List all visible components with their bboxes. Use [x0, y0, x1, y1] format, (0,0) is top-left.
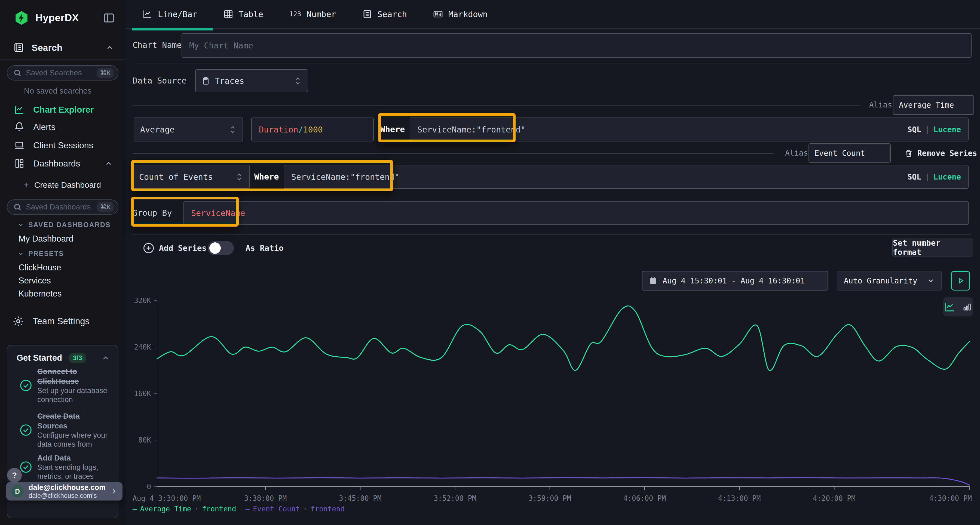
lucene-toggle[interactable]: Lucene — [934, 125, 961, 134]
sidebar-item-alerts[interactable]: Alerts — [0, 119, 125, 135]
lucene-toggle[interactable]: Lucene — [934, 173, 961, 181]
alias-label: Alias — [869, 95, 892, 115]
sql-toggle[interactable]: SQL — [907, 125, 921, 134]
series1-where-label: Where — [380, 117, 405, 141]
divider — [132, 105, 861, 106]
help-button[interactable]: ? — [7, 468, 22, 482]
series1-alias-input[interactable] — [899, 101, 968, 109]
x-tick-label: 3:59:00 PM — [528, 494, 571, 503]
data-source-value: Traces — [215, 76, 244, 86]
group-by-input[interactable]: ServiceName — [183, 201, 969, 225]
y-tick-label: 160K — [134, 390, 151, 398]
bar-chart-icon[interactable] — [962, 302, 972, 312]
user-org: dale@clickhouse.com's — [29, 492, 106, 499]
chevron-up-icon — [105, 159, 113, 168]
trash-icon — [904, 149, 913, 157]
chart-line-icon — [14, 105, 24, 115]
sidebar-collapse-icon[interactable] — [103, 12, 115, 24]
as-ratio-toggle[interactable] — [208, 241, 234, 255]
create-dashboard-button[interactable]: + Create Dashboard — [24, 179, 101, 190]
series2-where-value: ServiceName:"frontend" — [291, 172, 399, 182]
chart-name-input[interactable] — [189, 41, 964, 50]
chart-legend: — Average Time · frontend — Event Count … — [132, 505, 345, 513]
avatar: D — [11, 485, 24, 498]
timeseries-chart: 080K160K240K320K3:38:00 PM3:45:00 PM3:52… — [131, 298, 978, 504]
saved-dashboards-placeholder: Saved Dashboards — [26, 203, 97, 211]
sidebar-item-services[interactable]: Services — [19, 276, 51, 285]
saved-searches-input[interactable]: Saved Searches ⌘K — [7, 65, 118, 81]
line-chart-icon[interactable] — [944, 301, 955, 312]
series2-aggregation-select[interactable]: Count of Events — [132, 165, 250, 189]
tab-bar: Line/Bar Table 123 Number Search Markdow… — [126, 0, 980, 29]
tab-search[interactable]: Search — [362, 9, 407, 19]
legend-dash: — — [245, 505, 250, 513]
get-started-item-sources[interactable]: Create Data Sources Configure where your… — [19, 411, 111, 449]
chevron-down-icon — [18, 251, 24, 257]
saved-searches-placeholder: Saved Searches — [26, 68, 97, 77]
legend-group-name: frontend — [310, 505, 345, 513]
remove-series-button[interactable]: Remove Series — [904, 143, 977, 163]
x-tick-label: 3:38:00 PM — [244, 494, 287, 503]
granularity-value: Auto Granularity — [844, 276, 917, 285]
x-tick-label: 4:20:00 PM — [813, 494, 856, 503]
legend-item-event-count[interactable]: — Event Count · frontend — [245, 505, 345, 513]
date-range-picker[interactable]: Aug 4 15:30:01 - Aug 4 16:30:01 — [642, 271, 828, 290]
toggle-knob — [209, 243, 221, 254]
sidebar-divider — [0, 59, 125, 60]
legend-item-average-time[interactable]: — Average Time · frontend — [132, 505, 236, 513]
series1-field-input[interactable]: Duration/1000 — [251, 117, 374, 141]
tab-table[interactable]: Table — [223, 9, 263, 19]
series1-aggregation-select[interactable]: Average — [134, 117, 243, 141]
set-number-format-button[interactable]: Set number format — [892, 239, 973, 257]
add-series-button[interactable]: Add Series — [143, 241, 207, 256]
chart-type-toggle[interactable] — [943, 297, 973, 316]
sidebar-item-clickhouse[interactable]: ClickHouse — [19, 263, 61, 273]
run-query-button[interactable] — [951, 271, 970, 290]
sidebar-item-chart-explorer[interactable]: Chart Explorer — [0, 101, 125, 118]
user-email: dale@clickhouse.com — [29, 484, 106, 492]
operator-token: / — [298, 125, 303, 134]
data-source-label: Data Source — [132, 69, 187, 92]
search-section-label: Search — [32, 43, 62, 53]
plus-circle-icon — [143, 242, 154, 254]
tab-line-bar[interactable]: Line/Bar — [143, 9, 197, 19]
series1-where-input[interactable]: ServiceName:"frontend" SQL|Lucene — [410, 117, 969, 141]
sidebar-item-kubernetes[interactable]: Kubernetes — [19, 289, 62, 299]
sidebar-item-client-sessions[interactable]: Client Sessions — [0, 137, 125, 154]
sidebar-section-search[interactable]: Search — [14, 41, 114, 54]
user-menu[interactable]: D dale@clickhouse.com dale@clickhouse.co… — [6, 482, 123, 501]
y-tick-label: 80K — [138, 436, 151, 444]
select-updown-icon — [229, 125, 237, 134]
presets-group-header[interactable]: PRESETS — [18, 250, 64, 258]
chevron-up-icon — [106, 43, 114, 52]
sql-toggle[interactable]: SQL — [907, 173, 921, 181]
granularity-select[interactable]: Auto Granularity — [837, 271, 942, 290]
sidebar-item-dashboards[interactable]: Dashboards — [0, 155, 125, 172]
get-started-item-connect[interactable]: Connect to ClickHouse Set up your databa… — [19, 367, 111, 404]
series-line-event-count — [157, 477, 970, 485]
legend-group-name: frontend — [202, 505, 236, 513]
sidebar-item-my-dashboard[interactable]: My Dashboard — [19, 234, 73, 244]
no-saved-searches-text: No saved searches — [24, 87, 91, 95]
chevron-up-icon[interactable] — [102, 354, 110, 362]
data-source-select[interactable]: Traces — [195, 69, 308, 92]
saved-dashboards-input[interactable]: Saved Dashboards ⌘K — [7, 199, 118, 215]
series2-alias-input[interactable] — [815, 149, 885, 158]
tab-number[interactable]: 123 Number — [290, 10, 336, 19]
series1-aggregation-value: Average — [140, 125, 175, 134]
group-by-label: Group By — [132, 201, 172, 225]
series2-alias-input-wrap — [808, 143, 891, 163]
divider — [132, 153, 774, 154]
saved-dashboards-group-header[interactable]: SAVED DASHBOARDS — [18, 221, 111, 229]
search-icon — [13, 69, 22, 77]
chart-line-icon — [143, 9, 153, 19]
tab-markdown[interactable]: Markdown — [433, 9, 488, 19]
laptop-icon — [14, 140, 24, 151]
get-started-item-add-data[interactable]: Add Data Start sending logs, metrics, or… — [19, 453, 111, 481]
divider — [132, 235, 971, 235]
series2-where-input[interactable]: ServiceName:"frontend" SQL|Lucene — [284, 165, 969, 189]
database-icon — [202, 76, 210, 86]
series2-aggregation-value: Count of Events — [139, 172, 213, 182]
sidebar-item-team-settings[interactable]: Team Settings — [0, 313, 125, 330]
markdown-icon — [433, 9, 443, 19]
